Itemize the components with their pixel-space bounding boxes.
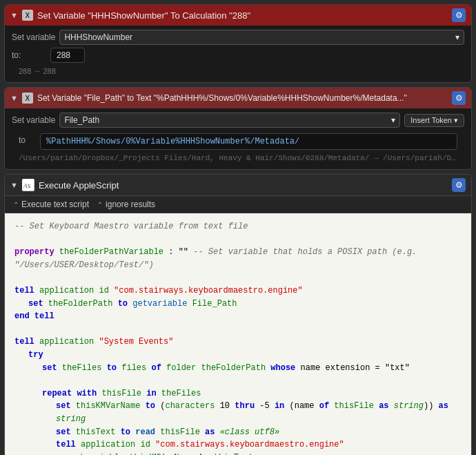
code-property-line: property theFolderPathVariable : "" -- S… xyxy=(14,246,462,271)
applescript-block: ▼ A S Execute AppleScript ⚙ ⌃ Execute te… xyxy=(4,174,472,455)
set-variable-block-2: ▼ X Set Variable "File_Path" to Text "%P… xyxy=(4,87,472,170)
svg-text:S: S xyxy=(28,184,30,189)
code-end-tell1: end tell xyxy=(14,310,462,323)
option1-label: Execute text script xyxy=(21,200,89,209)
code-try: try xyxy=(28,349,462,362)
block3-collapse-arrow[interactable]: ▼ xyxy=(10,181,18,189)
block3-header: ▼ A S Execute AppleScript ⚙ xyxy=(5,175,471,196)
code-set-folderpath: set theFolderPath to getvariable File_Pa… xyxy=(28,298,462,311)
code-set-thefiles: set theFiles to files of folder theFolde… xyxy=(42,362,462,375)
applescript-code[interactable]: -- Set Keyboard Maestro variable from te… xyxy=(5,213,471,455)
block1-gear-button[interactable]: ⚙ xyxy=(452,8,466,22)
block2-path-row: to %PathHHH%/Shows/0%Variable%HHHShowNum… xyxy=(12,130,464,153)
option2-arrow: ⌃ xyxy=(97,201,103,209)
code-set-thistext: set thisText to read thisFile as «class … xyxy=(56,426,462,439)
execute-text-script-option[interactable]: ⌃ Execute text script xyxy=(13,200,89,209)
block1-icon: X xyxy=(22,10,33,21)
svg-text:A: A xyxy=(23,182,28,189)
code-blank2 xyxy=(14,271,462,284)
block2-variable-select[interactable]: File_Path ▾ xyxy=(59,113,400,128)
block3-gear-button[interactable]: ⚙ xyxy=(452,178,466,192)
block2-set-label: Set variable xyxy=(12,115,55,125)
block1-value-row: to: 288 xyxy=(12,48,464,63)
ignore-results-option[interactable]: ⌃ ignore results xyxy=(97,200,155,209)
applescript-icon: A S xyxy=(22,179,34,191)
code-tell3: tell application id "com.stairways.keybo… xyxy=(56,438,462,452)
code-line-blank xyxy=(14,233,462,246)
insert-token-arrow: ▾ xyxy=(454,116,458,125)
block1-to-label: to: xyxy=(12,50,46,60)
block1-set-label: Set variable xyxy=(12,32,55,42)
block1-preview: 288 → 288 xyxy=(12,66,464,78)
code-set-kmvarname: set thisKMVarName to (characters 10 thru… xyxy=(56,400,462,425)
block2-body: Set variable File_Path ▾ Insert Token ▾ … xyxy=(5,108,471,169)
code-blank3 xyxy=(14,323,462,336)
code-setvariable: setvariable thisKMVarName to thisText xyxy=(70,452,462,455)
block2-variable-row: Set variable File_Path ▾ Insert Token ▾ xyxy=(12,113,464,128)
block1-variable-row: Set variable HHHShowNumber ▾ xyxy=(12,30,464,45)
block2-to-label: to xyxy=(19,133,36,145)
block3-title: Execute AppleScript xyxy=(39,180,448,191)
code-repeat: repeat with thisFile in theFiles xyxy=(42,387,462,400)
block2-collapse-arrow[interactable]: ▼ xyxy=(10,94,18,102)
block1-collapse-arrow[interactable]: ▼ xyxy=(10,11,18,19)
block1-title: Set Variable "HHHShowNumber" To Calculat… xyxy=(37,10,448,21)
script-options-bar: ⌃ Execute text script ⌃ ignore results xyxy=(5,196,471,213)
block1-variable-select[interactable]: HHHShowNumber ▾ xyxy=(59,30,464,45)
block1-select-arrow: ▾ xyxy=(455,32,459,42)
block2-path-preview: /Users/pariah/Dropbox/_Projects Files/Ha… xyxy=(12,153,464,165)
code-blank4 xyxy=(14,374,462,387)
block2-gear-button[interactable]: ⚙ xyxy=(452,91,466,105)
block1-header: ▼ X Set Variable "HHHShowNumber" To Calc… xyxy=(5,5,471,26)
insert-token-label: Insert Token xyxy=(410,116,452,124)
block1-variable-name: HHHShowNumber xyxy=(64,32,132,42)
block2-header: ▼ X Set Variable "File_Path" to Text "%P… xyxy=(5,88,471,108)
code-tell1: tell application id "com.stairways.keybo… xyxy=(14,284,462,298)
code-comment1: -- Set Keyboard Maestro variable from te… xyxy=(14,220,462,233)
insert-token-button[interactable]: Insert Token ▾ xyxy=(404,114,464,127)
block2-variable-name: File_Path xyxy=(64,115,99,125)
block1-value[interactable]: 288 xyxy=(50,48,85,63)
option2-label: ignore results xyxy=(106,200,155,209)
block2-icon: X xyxy=(22,93,33,104)
block1-body: Set variable HHHShowNumber ▾ to: 288 288… xyxy=(5,26,471,82)
set-variable-block-1: ▼ X Set Variable "HHHShowNumber" To Calc… xyxy=(4,4,472,83)
option1-arrow: ⌃ xyxy=(13,201,19,209)
code-tell2: tell application "System Events" xyxy=(14,336,462,349)
block2-path-input[interactable]: %PathHHH%/Shows/0%Variable%HHHShowNumber… xyxy=(40,133,457,150)
block2-select-arrow: ▾ xyxy=(391,115,395,125)
block2-title: Set Variable "File_Path" to Text "%PathH… xyxy=(37,93,448,103)
